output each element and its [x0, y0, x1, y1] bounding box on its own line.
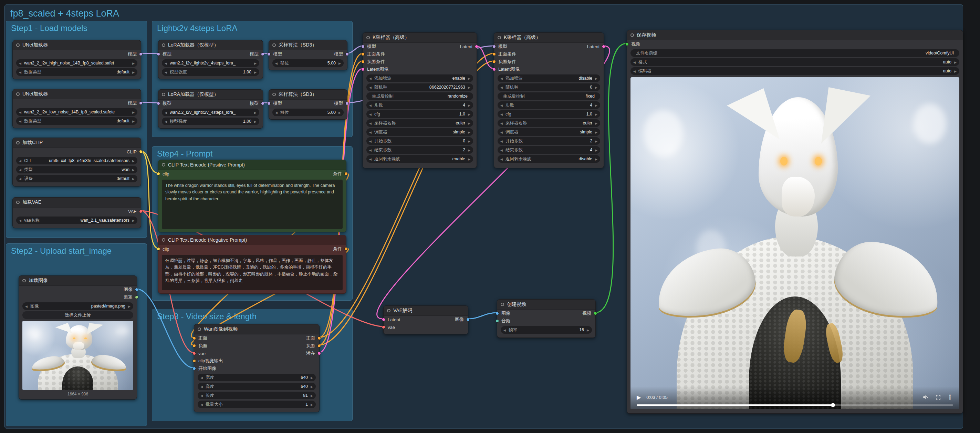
collapse-icon[interactable] — [16, 141, 20, 144]
node-load-clip[interactable]: 加载CLIP CLIP CLIumt5_xxl_fp8_e4m3fn_scale… — [13, 137, 141, 187]
combo-next-icon[interactable] — [468, 76, 470, 81]
unet-name-combo[interactable]: wan2_2_i2v_high_noise_14B_fp8_scaled.saf… — [16, 59, 137, 67]
video-progress-bar[interactable] — [637, 404, 953, 406]
decrement-icon[interactable] — [500, 139, 503, 144]
seed-stepper[interactable]: 随机种0 — [498, 83, 600, 91]
combo-next-icon[interactable] — [132, 218, 135, 223]
increment-icon[interactable] — [339, 61, 341, 66]
port-latent-input[interactable] — [382, 318, 385, 321]
combo-prev-icon[interactable] — [369, 76, 372, 81]
node-header[interactable]: 采样算法（SD3） — [269, 40, 347, 50]
port-positive-input[interactable] — [192, 337, 196, 340]
shift-stepper[interactable]: 移位5.00 — [272, 109, 344, 116]
decrement-icon[interactable] — [275, 61, 278, 66]
collapse-icon[interactable] — [630, 34, 634, 37]
combo-prev-icon[interactable] — [633, 69, 636, 73]
combo-prev-icon[interactable] — [19, 118, 21, 123]
combo-prev-icon[interactable] — [500, 76, 503, 81]
port-negative-output[interactable] — [318, 344, 321, 347]
decrement-icon[interactable] — [165, 70, 167, 75]
node-graph-canvas[interactable]: fp8_scaled + 4steps LoRA Step1 - Load mo… — [0, 0, 980, 433]
combo-next-icon[interactable] — [954, 60, 956, 64]
node-header[interactable]: 保存视频 — [627, 30, 963, 40]
positive-prompt-textarea[interactable]: The white dragon warrior stands still, e… — [162, 180, 343, 229]
steps-stepper[interactable]: 步数4 — [498, 101, 600, 109]
node-clip-text-encode-positive[interactable]: CLIP Text Encode (Positive Prompt) clip条… — [158, 160, 347, 232]
height-stepper[interactable]: 高度640 — [198, 383, 316, 390]
node-ksampler-advanced-b[interactable]: K采样器（高级） 模型Latent 正面条件 负面条件 Latent图像 添加噪… — [494, 32, 604, 168]
fps-stepper[interactable]: 帧率16 — [501, 326, 592, 334]
port-video-output[interactable] — [593, 312, 597, 315]
node-header[interactable]: 加载VAE — [13, 198, 141, 208]
node-ksampler-advanced-a[interactable]: K采样器（高级） 模型Latent 正面条件 负面条件 Latent图像 添加噪… — [363, 32, 477, 168]
port-start-image-input[interactable] — [192, 367, 196, 370]
control-after-generate-combo[interactable]: 生成后控制fixed — [498, 93, 600, 100]
node-header[interactable]: 加载CLIP — [13, 138, 141, 148]
combo-prev-icon[interactable] — [369, 129, 372, 134]
format-combo[interactable]: 格式auto — [630, 58, 959, 66]
decrement-icon[interactable] — [369, 103, 372, 107]
start-step-stepper[interactable]: 开始步数2 — [498, 137, 600, 145]
port-model-input[interactable] — [267, 53, 270, 56]
combo-next-icon[interactable] — [132, 176, 135, 181]
node-lora-loader-high[interactable]: LoRA加载器（仅模型） 模型模型 wan2.2_i2v_lightx2v_4s… — [158, 40, 263, 79]
collapse-icon[interactable] — [162, 43, 165, 47]
upload-file-button[interactable]: 选择文件上传 — [22, 311, 133, 319]
port-conditioning-output[interactable] — [344, 172, 348, 176]
port-image-output[interactable] — [135, 288, 138, 291]
combo-next-icon[interactable] — [468, 157, 470, 161]
combo-prev-icon[interactable] — [19, 176, 21, 181]
filename-prefix-field[interactable]: 文件名前缀video/ComfyUI — [630, 49, 959, 57]
increment-icon[interactable] — [595, 112, 597, 117]
port-clip-input[interactable] — [157, 247, 160, 251]
decrement-icon[interactable] — [500, 85, 503, 89]
node-header[interactable]: CLIP Text Encode (Negative Prompt) — [158, 235, 346, 245]
length-stepper[interactable]: 长度81 — [198, 391, 316, 399]
fullscreen-icon[interactable] — [935, 394, 942, 401]
node-header[interactable]: LoRA加载器（仅模型） — [158, 89, 263, 100]
node-load-image[interactable]: 加载图像 图像 遮罩 图像pasted/image.png 选择文件上传 166… — [19, 275, 137, 399]
decrement-icon[interactable] — [500, 147, 503, 152]
port-clip-vision-input[interactable] — [192, 359, 196, 363]
decrement-icon[interactable] — [165, 119, 167, 124]
port-model-output[interactable] — [345, 53, 349, 56]
decrement-icon[interactable] — [200, 393, 203, 398]
port-model-input[interactable] — [157, 53, 160, 56]
clip-type-combo[interactable]: 类型wan — [16, 166, 137, 173]
increment-icon[interactable] — [595, 85, 597, 89]
node-lora-loader-low[interactable]: LoRA加载器（仅模型） 模型模型 wan2.2_i2v_lightx2v_4s… — [158, 89, 263, 129]
combo-next-icon[interactable] — [128, 304, 130, 308]
combo-next-icon[interactable] — [468, 121, 470, 126]
collapse-icon[interactable] — [16, 93, 20, 96]
start-step-stepper[interactable]: 开始步数0 — [366, 137, 473, 145]
port-image-output[interactable] — [466, 318, 470, 321]
combo-prev-icon[interactable] — [19, 218, 21, 223]
port-latent-output[interactable] — [318, 352, 321, 355]
increment-icon[interactable] — [595, 147, 597, 152]
node-clip-text-encode-negative[interactable]: CLIP Text Encode (Negative Prompt) clip条… — [158, 235, 347, 294]
collapse-icon[interactable] — [16, 201, 20, 204]
collapse-icon[interactable] — [16, 43, 20, 47]
combo-prev-icon[interactable] — [19, 70, 21, 75]
scheduler-combo[interactable]: 调度器simple — [366, 128, 473, 136]
port-model-output[interactable] — [261, 53, 264, 56]
scheduler-combo[interactable]: 调度器simple — [498, 128, 600, 136]
width-stepper[interactable]: 宽度640 — [198, 374, 316, 381]
combo-next-icon[interactable] — [595, 129, 597, 134]
port-audio-input[interactable] — [495, 319, 499, 323]
combo-next-icon[interactable] — [254, 110, 256, 115]
increment-icon[interactable] — [468, 112, 470, 117]
combo-prev-icon[interactable] — [19, 110, 21, 115]
port-vae-input[interactable] — [192, 352, 196, 355]
steps-stepper[interactable]: 步数4 — [366, 101, 473, 109]
more-options-icon[interactable] — [947, 393, 953, 401]
port-mask-output[interactable] — [135, 296, 138, 299]
combo-prev-icon[interactable] — [500, 129, 503, 134]
node-vae-decode[interactable]: VAE解码 Latent图像 vae — [383, 305, 468, 334]
collapse-icon[interactable] — [272, 93, 276, 96]
port-positive-input[interactable] — [361, 53, 365, 56]
increment-icon[interactable] — [595, 139, 597, 144]
play-button[interactable] — [637, 394, 641, 401]
node-header[interactable]: VAE解码 — [383, 306, 468, 316]
collapse-icon[interactable] — [272, 43, 276, 47]
